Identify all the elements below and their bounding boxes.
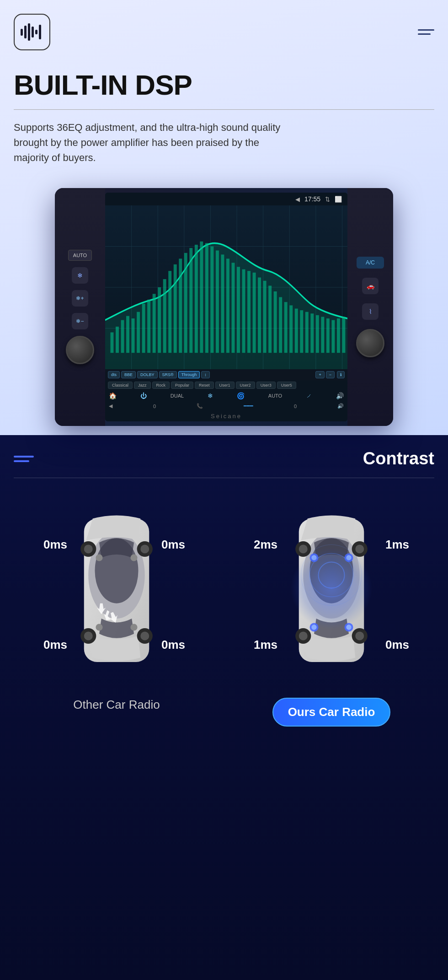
zero-left: 0 — [153, 404, 156, 409]
left-car-delay-tr: 0ms — [161, 538, 185, 552]
svg-rect-31 — [179, 258, 182, 353]
svg-rect-53 — [295, 309, 298, 353]
svg-point-85 — [355, 545, 364, 554]
dts-button[interactable]: dts — [108, 371, 120, 378]
top-bar — [14, 14, 434, 50]
screen-area: ◀ 17:55 ⇅ ⬜ — [105, 193, 347, 421]
svg-point-76 — [96, 624, 102, 630]
left-car-image-container: 0ms 0ms — [43, 496, 190, 689]
svg-rect-50 — [279, 297, 282, 353]
preset-user5[interactable]: User5 — [277, 382, 296, 389]
svg-rect-38 — [216, 250, 219, 353]
svg-rect-57 — [316, 315, 319, 353]
car-radio-image: AUTO ❄ ❄+ ❄− ◀ 17:55 ⇅ ⬜ — [14, 179, 434, 435]
side-panel-left: AUTO ❄ ❄+ ❄− — [55, 188, 105, 426]
svg-point-83 — [299, 545, 308, 554]
svg-rect-4 — [35, 30, 37, 34]
side-panel-right: A/C 🚗 ⌇ — [347, 188, 393, 426]
plus-button[interactable]: + — [315, 371, 324, 378]
svg-rect-45 — [253, 273, 256, 353]
left-car-label: Other Car Radio — [73, 698, 160, 712]
svg-point-71 — [84, 632, 93, 641]
preset-rock[interactable]: Rock — [152, 382, 170, 389]
screen-presets: Classical Jazz Rock Popular Reset User1 … — [105, 380, 347, 390]
preset-popular[interactable]: Popular — [171, 382, 193, 389]
svg-rect-27 — [158, 287, 161, 353]
ours-car-radio-button[interactable]: Ours Car Radio — [272, 698, 391, 727]
svg-rect-34 — [195, 245, 198, 353]
right-car-delay-br: 0ms — [385, 638, 409, 652]
screen-bottom-row2: ◀ 0 📞 ━━━ 0 🔊 — [105, 401, 347, 411]
back-icon: ◀ — [295, 196, 300, 203]
contrast-title: Contrast — [363, 449, 434, 468]
svg-rect-22 — [132, 318, 135, 353]
seicane-brand: Seicane — [105, 411, 347, 421]
svg-point-87 — [299, 632, 308, 641]
arrows-icon: ⇅ — [325, 196, 330, 203]
svg-rect-35 — [200, 242, 203, 353]
vol-right: 🔊 — [337, 403, 344, 409]
svg-rect-43 — [242, 269, 245, 353]
contrast-section: Contrast 0ms 0ms — [0, 435, 448, 980]
preset-jazz[interactable]: Jazz — [134, 382, 151, 389]
auto-button[interactable]: AUTO — [68, 250, 92, 261]
svg-rect-5 — [39, 25, 41, 39]
svg-rect-56 — [310, 313, 314, 353]
bbe-button[interactable]: BBE — [121, 371, 136, 378]
svg-rect-48 — [268, 285, 272, 353]
car-icon: 🚗 — [362, 278, 379, 294]
svg-rect-29 — [168, 271, 171, 353]
left-car-item: 0ms 0ms — [14, 496, 219, 712]
preset-reset[interactable]: Reset — [195, 382, 214, 389]
svg-rect-24 — [142, 304, 145, 353]
right-car-delay-tl: 2ms — [254, 538, 277, 552]
svg-rect-25 — [147, 300, 150, 353]
preset-user2[interactable]: User2 — [236, 382, 255, 389]
right-knob[interactable] — [356, 329, 384, 357]
subtitle-text: Supports 36EQ adjustment, and the ultra-… — [14, 120, 288, 165]
left-car-svg — [62, 506, 171, 679]
svg-point-89 — [355, 632, 364, 641]
svg-rect-42 — [237, 267, 240, 353]
left-knob[interactable] — [66, 336, 94, 364]
menu-button[interactable] — [418, 29, 434, 35]
minus-button[interactable]: − — [326, 371, 335, 378]
preset-classical[interactable]: Classical — [108, 382, 133, 389]
dolby-button[interactable]: DOLBY — [137, 371, 158, 378]
back-arrow: ◀ — [109, 403, 112, 409]
swap-button[interactable]: ↕ — [201, 371, 210, 378]
svg-rect-21 — [126, 316, 129, 353]
svg-rect-2 — [28, 23, 30, 41]
svg-rect-23 — [137, 312, 140, 353]
svg-rect-3 — [32, 27, 34, 38]
svg-point-69 — [140, 545, 149, 554]
svg-rect-33 — [189, 248, 192, 353]
page-title: BUILT-IN DSP — [14, 69, 434, 101]
title-divider — [14, 109, 434, 110]
header-section: BUILT-IN DSP Supports 36EQ adjustment, a… — [0, 0, 448, 435]
svg-point-74 — [96, 554, 102, 561]
svg-rect-19 — [116, 327, 119, 353]
svg-rect-44 — [247, 271, 251, 353]
srs-button[interactable]: SRS® — [159, 371, 177, 378]
through-button[interactable]: Through — [178, 371, 200, 378]
fan-plus-icon: ❄+ — [72, 290, 88, 307]
svg-rect-18 — [111, 332, 114, 353]
preset-user3[interactable]: User3 — [256, 382, 276, 389]
preset-user1[interactable]: User1 — [215, 382, 235, 389]
fan-icon: 🌀 — [237, 392, 245, 399]
contrast-icon — [14, 456, 34, 462]
svg-rect-37 — [210, 247, 213, 353]
right-car-image-container: 2ms 1ms — [258, 496, 405, 689]
audio-waveform-icon — [20, 22, 45, 43]
window-icon: ⬜ — [335, 196, 342, 203]
ac-icon: A/C — [357, 257, 384, 269]
dual-label: DUAL — [171, 393, 184, 398]
svg-rect-26 — [153, 294, 156, 353]
wiper-icon: ⌇ — [362, 303, 379, 320]
svg-rect-52 — [289, 305, 293, 353]
svg-rect-59 — [326, 318, 330, 353]
info-button[interactable]: ℹ — [337, 371, 345, 378]
power-icon: ⏻ — [140, 392, 147, 399]
left-car-delay-br: 0ms — [161, 638, 185, 652]
